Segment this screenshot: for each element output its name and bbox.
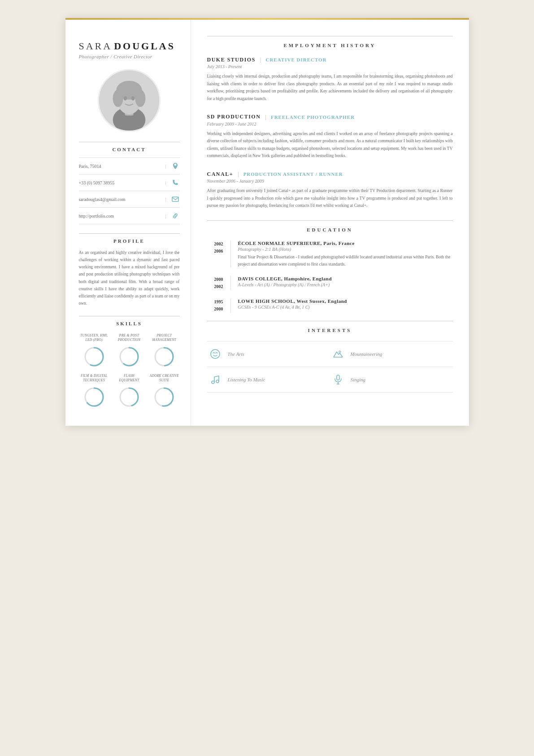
job-1-desc: Working with independent designers, adve… [207,130,453,160]
contact-email-text: saradouglas4@gmail.com [79,197,161,202]
education-divider-top [207,220,453,221]
edu-0-years: 2002 2006 [207,240,223,268]
edu-0-year-end: 2006 [214,248,223,255]
job-1: SD PRODUCTION | FREELANCE PHOTOGRAPHER F… [207,114,453,160]
job-1-title: FREELANCE PHOTOGRAPHER [271,114,355,120]
employment-divider-top [207,36,453,36]
job-0-header: DUKE STUDIOS | CREATIVE DIRECTOR [207,56,453,63]
profile-title: PROFILE [79,238,180,244]
profile-photo [98,69,161,132]
svg-point-23 [339,351,341,353]
skill-item-3: FILM & DIGITAL TECHNIQUES [79,372,109,408]
job-1-company: SD PRODUCTION [207,114,261,120]
edu-1-year-end: 2002 [214,283,223,290]
job-2-header: CANAL+ | PRODUCTION ASSISTANT / RUNNER [207,170,453,178]
interest-row-0: The Arts Mountaineering [207,341,453,367]
last-name: DOUGLAS [114,40,175,52]
interest-0-name2: Mountaineering [346,351,453,357]
employment-title: EMPLOYMENT HISTORY [207,43,453,48]
edu-0-degree: Photography - 2:1 BA (Hons) [238,247,453,252]
edu-1-years: 2000 2002 [207,276,223,290]
skills-grid: TUNGSTEN, HMI, LED (PRO) PRE & POST PROD… [79,332,180,408]
edu-item-0: 2002 2006 ÉCOLE NORMALE SUPERIEURE, Pari… [207,240,453,268]
first-name: SARA [79,40,113,52]
job-0: DUKE STUDIOS | CREATIVE DIRECTOR July 20… [207,56,453,103]
contact-title: CONTACT [79,147,180,152]
edu-1-year-start: 2000 [214,276,223,283]
edu-2-year-start: 1995 [214,298,223,306]
theatre-icon [207,346,223,362]
svg-point-5 [113,90,123,107]
location-icon [171,162,180,170]
edu-0-desc: Final Year Project & Dissertation - I st… [238,253,453,268]
education-section: 2002 2006 ÉCOLE NORMALE SUPERIEURE, Pari… [207,240,453,313]
education-title: EDUCATION [207,227,453,232]
svg-point-24 [212,381,214,384]
interest-row-1: Listening To Music Singing [207,367,453,393]
contact-address-text: Paris, 75014 [79,164,161,169]
contact-divider-top [79,142,180,142]
contact-address: Paris, 75014 | [79,157,180,175]
photo-wrapper [79,69,180,132]
skill-item-2: PROJECT MANAGEMENT [149,332,179,367]
skill-item-5: ADOBE CREATIVE SUITE [149,372,179,408]
name-block: SARA DOUGLAS Photographer / Creative Dir… [79,40,180,59]
contact-phone: +33 (0) 5097 38955 | [79,175,180,191]
edu-item-2: 1995 2000 LOWE HIGH SCHOOL, West Sussex,… [207,298,453,313]
skill-item-4: FLASH EQUIPMENT [114,372,144,408]
subtitle: Photographer / Creative Director [79,54,180,59]
contact-email: saradouglas4@gmail.com | [79,191,180,208]
job-0-desc: Liaising closely with internal design, p… [207,73,453,103]
job-0-date: July 2013 - Present [207,64,453,69]
job-2-company: CANAL+ [207,171,234,178]
contact-website: http://portfolio.com | [79,208,180,224]
skill-label-1: PRE & POST PRODUCTION [114,332,144,344]
edu-0-content: ÉCOLE NORMALE SUPERIEURE, Paris, France … [230,240,453,268]
music-icon [207,371,223,388]
phone-icon [171,178,180,187]
interests-divider-top [207,321,453,321]
edu-2-degree: GCSEs - 9 GCSEs A-C (4 As, 4 Bs, 1 C) [238,305,453,310]
job-0-title: CREATIVE DIRECTOR [265,57,326,62]
job-0-company: DUKE STUDIOS [207,57,256,63]
resume-page: SARA DOUGLAS Photographer / Creative Dir… [65,18,469,426]
skills-section: TUNGSTEN, HMI, LED (PRO) PRE & POST PROD… [79,332,180,408]
right-column: EMPLOYMENT HISTORY DUKE STUDIOS | CREATI… [191,18,469,426]
edu-2-content: LOWE HIGH SCHOOL, West Sussex, England G… [230,298,453,313]
svg-point-22 [211,350,220,358]
svg-point-8 [131,96,135,101]
svg-rect-26 [337,375,339,380]
edu-2-year-end: 2000 [214,306,223,313]
interests-title: INTERESTS [207,328,453,333]
skill-label-0: TUNGSTEN, HMI, LED (PRO) [79,332,109,344]
contact-section: Paris, 75014 | +33 (0) 5097 38955 | [79,157,180,224]
profile-section: As an organised and highly creative indi… [79,249,180,307]
skill-item-0: TUNGSTEN, HMI, LED (PRO) [79,332,109,367]
job-1-date: February 2009 - June 2012 [207,122,453,127]
skill-label-3: FILM & DIGITAL TECHNIQUES [79,372,109,385]
edu-2-years: 1995 2000 [207,298,223,313]
skill-circle-3 [83,386,105,408]
contact-website-text: http://portfolio.com [79,214,161,218]
edu-item-1: 2000 2002 DAVIS COLLEGE, Hampshire, Engl… [207,276,453,290]
skills-title: SKILLS [79,321,180,326]
contact-phone-text: +33 (0) 5097 38955 [79,180,161,185]
mountain-icon [330,346,346,362]
skill-item-1: PRE & POST PRODUCTION [114,332,144,367]
skill-circle-5 [153,386,175,408]
skill-label-5: ADOBE CREATIVE SUITE [149,372,179,385]
edu-1-degree: A-Levels - Art (A) / Photography (A) / F… [238,282,453,287]
edu-0-school: ÉCOLE NORMALE SUPERIEURE, Paris, France [238,240,453,246]
profile-divider-top [79,233,180,234]
email-icon [171,195,180,204]
microphone-icon [330,371,346,388]
interest-1-name2: Singing [346,377,453,382]
edu-0-year-start: 2002 [214,240,223,248]
job-2-date: November 2006 - January 2009 [207,179,453,184]
svg-point-6 [135,90,145,107]
skill-circle-4 [118,386,140,408]
edu-2-school: LOWE HIGH SCHOOL, West Sussex, England [238,298,453,304]
interest-0-name: The Arts [223,351,330,357]
svg-point-7 [124,96,127,101]
skills-divider-top [79,316,180,316]
